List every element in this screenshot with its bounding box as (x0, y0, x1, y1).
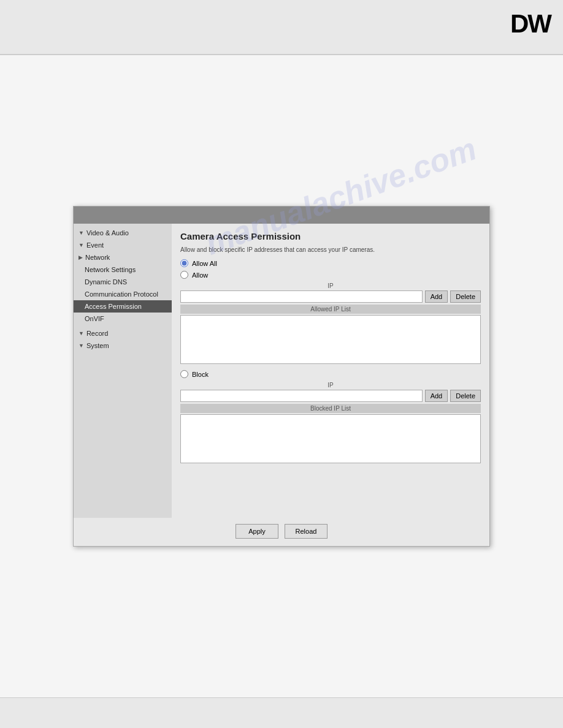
allowed-ip-input[interactable] (180, 290, 423, 303)
sidebar-section-system[interactable]: ▼ System (74, 339, 172, 352)
sidebar-item-dynamic-dns-label: Dynamic DNS (85, 278, 127, 286)
top-bar: DW (0, 0, 563, 55)
allowed-delete-button[interactable]: Delete (450, 290, 481, 303)
blocked-add-button[interactable]: Add (425, 390, 448, 402)
allow-all-radio-group: Allow All (180, 259, 481, 267)
block-label: Block (192, 371, 209, 378)
sidebar-section-network-label: Network (85, 254, 110, 261)
sidebar-item-onvif-label: OnVIF (85, 315, 104, 322)
blocked-ip-section: IP Add Delete Blocked IP List (180, 382, 481, 463)
allowed-ip-row: Add Delete (180, 290, 481, 303)
block-radio-group: Block (180, 370, 481, 378)
blocked-ip-input[interactable] (180, 390, 423, 402)
reload-button[interactable]: Reload (285, 524, 327, 539)
sidebar: ▼ Video & Audio ▼ Event ▶ Network Networ… (74, 224, 172, 518)
sidebar-section-video-audio-label: Video & Audio (86, 229, 129, 237)
sidebar-section-record-label: Record (86, 330, 108, 337)
sidebar-item-onvif[interactable]: OnVIF (74, 313, 172, 325)
allow-radio-group: Allow (180, 271, 481, 279)
dw-logo: DW (510, 9, 551, 39)
sidebar-section-record[interactable]: ▼ Record (74, 327, 172, 339)
sidebar-section-system-label: System (86, 342, 109, 349)
sidebar-item-dynamic-dns[interactable]: Dynamic DNS (74, 276, 172, 288)
chevron-down-icon-system: ▼ (79, 343, 84, 349)
block-section: Block IP Add Delete Blocked IP List (180, 370, 481, 463)
dialog: ▼ Video & Audio ▼ Event ▶ Network Networ… (73, 206, 490, 547)
blocked-ip-list-label: Blocked IP List (180, 404, 481, 413)
allow-label: Allow (192, 271, 208, 279)
panel-desc: Allow and block specific IP addresses th… (180, 246, 481, 253)
blocked-ip-label: IP (180, 382, 481, 389)
sidebar-section-event-label: Event (86, 241, 104, 249)
allowed-add-button[interactable]: Add (425, 290, 448, 303)
sidebar-item-access-permission[interactable]: Access Permission (74, 300, 172, 313)
sidebar-item-network-settings[interactable]: Network Settings (74, 264, 172, 276)
allowed-ip-list (180, 315, 481, 364)
chevron-down-icon: ▼ (79, 230, 84, 236)
allow-all-label: Allow All (192, 260, 217, 267)
chevron-down-icon-record: ▼ (79, 330, 84, 336)
sidebar-item-access-permission-label: Access Permission (85, 303, 142, 310)
allowed-ip-label: IP (180, 282, 481, 289)
chevron-down-icon-event: ▼ (79, 242, 84, 248)
apply-button[interactable]: Apply (236, 524, 278, 539)
panel-main: Camera Access Permission Allow and block… (172, 224, 489, 518)
block-radio[interactable] (180, 370, 188, 378)
chevron-right-icon-network: ▶ (79, 254, 83, 260)
dialog-footer: Apply Reload (74, 518, 489, 546)
blocked-delete-button[interactable]: Delete (450, 390, 481, 402)
sidebar-section-event[interactable]: ▼ Event (74, 239, 172, 251)
sidebar-section-video-audio[interactable]: ▼ Video & Audio (74, 227, 172, 239)
dialog-title-bar (74, 207, 489, 224)
sidebar-section-network[interactable]: ▶ Network (74, 251, 172, 264)
sidebar-item-communication-protocol[interactable]: Communication Protocol (74, 288, 172, 300)
main-content: manualachive.com ▼ Video & Audio ▼ Event (0, 55, 563, 697)
blocked-ip-list (180, 414, 481, 463)
allow-radio[interactable] (180, 271, 188, 279)
allowed-ip-list-label: Allowed IP List (180, 305, 481, 314)
dialog-body: ▼ Video & Audio ▼ Event ▶ Network Networ… (74, 224, 489, 518)
allowed-ip-section: IP Add Delete Allowed IP List (180, 282, 481, 364)
sidebar-item-communication-protocol-label: Communication Protocol (85, 290, 158, 298)
bottom-bar (0, 697, 563, 728)
sidebar-item-network-settings-label: Network Settings (85, 266, 136, 273)
allow-all-radio[interactable] (180, 259, 188, 267)
panel-title: Camera Access Permission (180, 231, 481, 241)
blocked-ip-row: Add Delete (180, 390, 481, 402)
